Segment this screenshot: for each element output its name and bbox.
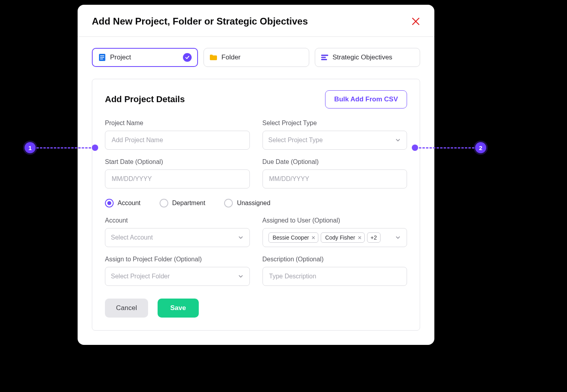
annotation-badge-1: 1 bbox=[25, 142, 36, 153]
dialog-header: Add New Project, Folder or Strategic Obj… bbox=[78, 5, 434, 37]
label-assigned-user: Assigned to User (Optional) bbox=[263, 217, 407, 224]
radio-department[interactable]: Department bbox=[160, 199, 205, 207]
annotation-line-2 bbox=[419, 147, 474, 148]
form-footer: Cancel Save bbox=[105, 299, 407, 318]
account-select[interactable]: Select Account bbox=[105, 228, 250, 247]
details-header: Add Project Details Bulk Add From CSV bbox=[105, 90, 407, 108]
cancel-button[interactable]: Cancel bbox=[105, 299, 148, 318]
type-card-project[interactable]: Project bbox=[92, 48, 198, 67]
annotation-number: 2 bbox=[479, 145, 482, 151]
radio-icon bbox=[160, 199, 168, 207]
user-chip[interactable]: Bessie Cooper ✕ bbox=[268, 232, 319, 243]
label-project-name: Project Name bbox=[105, 120, 250, 127]
chip-label: +2 bbox=[371, 234, 377, 241]
label-start-date: Start Date (Optional) bbox=[105, 158, 250, 166]
annotation-dot-1 bbox=[92, 145, 98, 151]
input-wrapper-start-date bbox=[105, 169, 250, 188]
dialog-title: Add New Project, Folder or Strategic Obj… bbox=[92, 16, 308, 27]
annotation-line-1 bbox=[36, 147, 91, 148]
strategic-icon bbox=[321, 53, 329, 61]
radio-icon bbox=[224, 199, 233, 207]
close-icon bbox=[411, 17, 420, 26]
assigned-user-select[interactable]: Bessie Cooper ✕ Cody Fisher ✕ +2 bbox=[263, 228, 407, 247]
field-start-date: Start Date (Optional) bbox=[105, 158, 250, 188]
project-type-select[interactable]: Select Project Type bbox=[263, 131, 407, 150]
chevron-down-icon bbox=[238, 273, 244, 280]
chevron-down-icon bbox=[238, 234, 244, 241]
chip-remove-icon[interactable]: ✕ bbox=[358, 235, 362, 241]
chip-label: Cody Fisher bbox=[325, 234, 355, 241]
chevron-down-icon bbox=[395, 234, 401, 241]
document-icon bbox=[98, 53, 106, 61]
radio-icon bbox=[105, 199, 114, 207]
field-due-date: Due Date (Optional) bbox=[263, 158, 407, 188]
field-project-name: Project Name bbox=[105, 120, 250, 150]
svg-rect-7 bbox=[321, 57, 326, 58]
field-assigned-user: Assigned to User (Optional) Bessie Coope… bbox=[263, 217, 407, 247]
description-input[interactable] bbox=[268, 267, 401, 285]
type-label: Strategic Objectives bbox=[333, 53, 392, 61]
chip-label: Bessie Cooper bbox=[273, 234, 309, 241]
label-project-type: Select Project Type bbox=[263, 120, 407, 127]
bulk-add-csv-button[interactable]: Bulk Add From CSV bbox=[325, 90, 407, 108]
type-card-strategic[interactable]: Strategic Objectives bbox=[315, 48, 420, 67]
folder-icon bbox=[209, 53, 217, 61]
input-wrapper-project-name bbox=[105, 131, 250, 150]
label-description: Description (Optional) bbox=[263, 256, 407, 263]
field-description: Description (Optional) bbox=[263, 256, 407, 286]
radio-label: Department bbox=[172, 200, 205, 207]
field-project-type: Select Project Type Select Project Type bbox=[263, 120, 407, 150]
save-button[interactable]: Save bbox=[158, 299, 199, 318]
svg-rect-5 bbox=[100, 59, 103, 59]
scope-radio-group: Account Department Unassigned bbox=[105, 199, 407, 207]
select-placeholder: Select Project Type bbox=[268, 137, 323, 144]
add-project-dialog: Add New Project, Folder or Strategic Obj… bbox=[78, 5, 434, 345]
type-card-folder[interactable]: Folder bbox=[204, 48, 309, 67]
start-date-input[interactable] bbox=[111, 170, 244, 188]
check-icon bbox=[185, 55, 190, 60]
radio-unassigned[interactable]: Unassigned bbox=[224, 199, 270, 207]
project-details-panel: Add Project Details Bulk Add From CSV Pr… bbox=[92, 79, 420, 331]
field-account: Account Select Account bbox=[105, 217, 250, 247]
label-project-folder: Assign to Project Folder (Optional) bbox=[105, 256, 250, 263]
annotation-badge-2: 2 bbox=[475, 142, 486, 153]
annotation-number: 1 bbox=[29, 145, 32, 151]
project-name-input[interactable] bbox=[111, 131, 244, 149]
user-chip[interactable]: Cody Fisher ✕ bbox=[321, 232, 364, 243]
field-project-folder: Assign to Project Folder (Optional) Sele… bbox=[105, 256, 250, 286]
label-account: Account bbox=[105, 217, 250, 224]
chevron-down-icon bbox=[395, 137, 401, 143]
due-date-input[interactable] bbox=[268, 170, 401, 188]
details-title: Add Project Details bbox=[105, 94, 185, 105]
svg-rect-3 bbox=[100, 55, 104, 56]
svg-rect-4 bbox=[100, 57, 104, 58]
type-label: Folder bbox=[221, 53, 240, 61]
select-placeholder: Select Project Folder bbox=[111, 273, 170, 280]
input-wrapper-due-date bbox=[263, 169, 407, 188]
svg-rect-8 bbox=[321, 59, 327, 60]
radio-label: Account bbox=[118, 200, 141, 207]
user-chip-more[interactable]: +2 bbox=[367, 232, 381, 243]
svg-rect-6 bbox=[321, 55, 328, 56]
form-grid: Project Name Select Project Type Select … bbox=[105, 120, 407, 318]
type-label: Project bbox=[110, 53, 131, 61]
radio-label: Unassigned bbox=[237, 200, 270, 207]
chip-remove-icon[interactable]: ✕ bbox=[311, 235, 316, 241]
user-chips: Bessie Cooper ✕ Cody Fisher ✕ +2 bbox=[268, 232, 392, 243]
label-due-date: Due Date (Optional) bbox=[263, 158, 407, 166]
select-placeholder: Select Account bbox=[111, 234, 153, 241]
close-button[interactable] bbox=[411, 17, 420, 26]
input-wrapper-description bbox=[263, 267, 407, 286]
type-selector-row: Project Folder St bbox=[78, 37, 434, 67]
project-folder-select[interactable]: Select Project Folder bbox=[105, 267, 250, 286]
selected-check bbox=[183, 53, 192, 62]
annotation-dot-2 bbox=[412, 145, 418, 151]
radio-account[interactable]: Account bbox=[105, 199, 141, 207]
